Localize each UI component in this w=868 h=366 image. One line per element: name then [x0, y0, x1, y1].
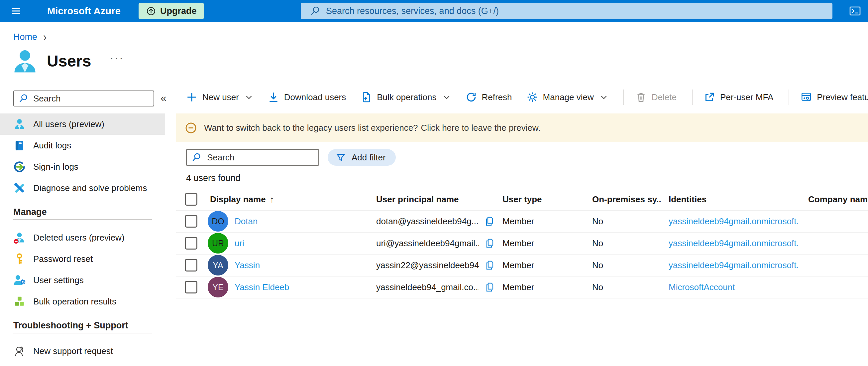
select-all-checkbox[interactable]: [185, 193, 197, 206]
toolbar-button-label: Per-user MFA: [720, 92, 773, 103]
sidebar-item-label: All users (preview): [33, 119, 104, 130]
sidebar-item[interactable]: Audit logs: [0, 135, 165, 156]
user-name-link[interactable]: Yassin: [235, 260, 260, 271]
add-filter-button[interactable]: Add filter: [328, 149, 396, 166]
arrow-up-circle-icon: [146, 6, 156, 16]
user-principal-name: dotan@yassineldeeb94g...: [376, 216, 478, 227]
user-principal-name: yassineldeeb94_gmail.co...: [376, 282, 479, 292]
toolbar-button[interactable]: Per-user MFA: [692, 87, 781, 107]
user-name-link[interactable]: Yassin Eldeeb: [235, 282, 289, 292]
user-name-link[interactable]: uri: [235, 238, 244, 249]
users-search-input[interactable]: [207, 152, 314, 163]
table-row: UR uri uri@yassineldeeb94gmail.... Membe…: [176, 232, 868, 255]
sidebar-section-manage: Manage: [13, 205, 152, 219]
bulk-operations-icon: [361, 91, 372, 103]
toolbar-button[interactable]: Download users: [260, 87, 353, 107]
row-checkbox[interactable]: [185, 237, 197, 250]
user-type: Member: [495, 216, 585, 227]
banner-leave-preview-link[interactable]: Click here to leave the preview.: [421, 123, 541, 133]
collapse-sidebar-icon[interactable]: «: [160, 92, 166, 104]
on-premises-sync: No: [585, 238, 661, 249]
sidebar: « All users (preview) Audit logs Sign-in…: [0, 86, 165, 362]
external-link-icon: [704, 91, 715, 103]
global-search-input[interactable]: [326, 6, 827, 16]
diagnose-icon: [13, 182, 26, 194]
password-reset-icon: [13, 253, 26, 265]
sidebar-item[interactable]: Diagnose and solve problems: [0, 177, 165, 199]
sidebar-item[interactable]: Deleted users (preview): [0, 227, 165, 248]
identity-link[interactable]: yassineldeeb94gmail.onmicrosoft.: [661, 238, 801, 249]
add-filter-label: Add filter: [351, 152, 386, 163]
search-icon: [310, 6, 321, 16]
toolbar-button-label: Manage view: [543, 92, 594, 103]
column-header-label: Company name: [808, 194, 868, 205]
trash-icon: [636, 91, 647, 103]
toolbar-button[interactable]: Bulk operations: [353, 87, 458, 107]
identity-link[interactable]: MicrosoftAccount: [661, 282, 801, 292]
users-table: Display name ↑ User principal name User …: [176, 189, 868, 299]
breadcrumb-home-link[interactable]: Home: [13, 32, 37, 42]
identity-link[interactable]: yassineldeeb94gmail.onmicrosoft.: [661, 260, 801, 271]
sidebar-nav-primary: All users (preview) Audit logs Sign-in l…: [0, 113, 165, 199]
sidebar-item[interactable]: Bulk operation results: [0, 291, 165, 312]
column-header[interactable]: On-premises sy...: [585, 194, 661, 205]
users-page-icon: [11, 48, 39, 76]
toolbar-button-label: Refresh: [482, 92, 512, 103]
command-bar: New user Download users Bulk operations …: [176, 87, 868, 108]
sidebar-item[interactable]: All users (preview): [0, 113, 165, 135]
column-header[interactable]: User principal name: [369, 194, 495, 205]
avatar: YE: [208, 277, 228, 298]
column-header-label: User type: [502, 194, 542, 205]
toolbar-button[interactable]: Refresh: [458, 87, 519, 107]
cloud-shell-icon[interactable]: [848, 4, 862, 18]
sidebar-search-input[interactable]: [33, 93, 149, 104]
row-checkbox[interactable]: [185, 215, 197, 228]
sidebar-item[interactable]: Password reset: [0, 248, 165, 270]
toolbar-button-label: Delete: [652, 92, 677, 103]
column-header[interactable]: Identities: [661, 194, 801, 205]
copy-icon[interactable]: [485, 238, 495, 249]
chevron-right-icon: ›: [43, 30, 46, 44]
table-row: DO Dotan dotan@yassineldeeb94g... Member…: [176, 210, 868, 232]
page-context-menu-icon[interactable]: ···: [110, 51, 124, 64]
column-header[interactable]: User type: [495, 194, 585, 205]
row-checkbox[interactable]: [185, 259, 197, 272]
toolbar-button-label: Bulk operations: [377, 92, 436, 103]
bulk-results-icon: [13, 295, 26, 308]
toolbar-button-label: Download users: [284, 92, 346, 103]
toolbar-button[interactable]: Preview features: [788, 87, 868, 107]
copy-icon[interactable]: [485, 260, 495, 271]
sign-in-logs-icon: [13, 161, 26, 173]
users-search-box[interactable]: [186, 149, 319, 166]
preview-features-icon: [801, 91, 812, 103]
chevron-down-icon: [599, 93, 608, 102]
sidebar-item-label: Audit logs: [33, 140, 71, 151]
breadcrumb: Home ›: [13, 31, 868, 43]
copy-icon[interactable]: [484, 216, 495, 227]
sidebar-item[interactable]: New support request: [0, 340, 165, 362]
upgrade-label: Upgrade: [160, 6, 197, 16]
deleted-users-icon: [13, 232, 26, 244]
sidebar-item[interactable]: Sign-in logs: [0, 156, 165, 177]
copy-icon[interactable]: [485, 282, 495, 292]
column-header[interactable]: Display name ↑: [203, 194, 369, 205]
user-name-link[interactable]: Dotan: [235, 216, 257, 227]
upgrade-button[interactable]: Upgrade: [138, 3, 204, 19]
sidebar-nav-manage: Deleted users (preview) Password reset U…: [0, 227, 165, 312]
sidebar-section-support: Troubleshooting + Support: [13, 319, 152, 332]
column-header[interactable]: Company name: [801, 194, 868, 205]
hamburger-menu-icon[interactable]: [9, 4, 23, 18]
identity-link[interactable]: yassineldeeb94gmail.onmicrosoft.: [661, 216, 801, 227]
support-request-icon: [13, 345, 26, 357]
sidebar-item[interactable]: User settings: [0, 270, 165, 291]
toolbar-button[interactable]: Manage view: [519, 87, 615, 107]
preview-notice-banner: Want to switch back to the legacy users …: [176, 113, 868, 142]
sidebar-search-box[interactable]: [13, 90, 154, 107]
azure-brand-link[interactable]: Microsoft Azure: [47, 6, 121, 17]
toolbar-button[interactable]: New user: [179, 87, 260, 107]
global-search-bar[interactable]: [301, 3, 832, 19]
user-settings-icon: [13, 274, 26, 286]
chevron-down-icon: [245, 93, 253, 102]
refresh-icon: [466, 91, 477, 103]
row-checkbox[interactable]: [185, 281, 197, 293]
